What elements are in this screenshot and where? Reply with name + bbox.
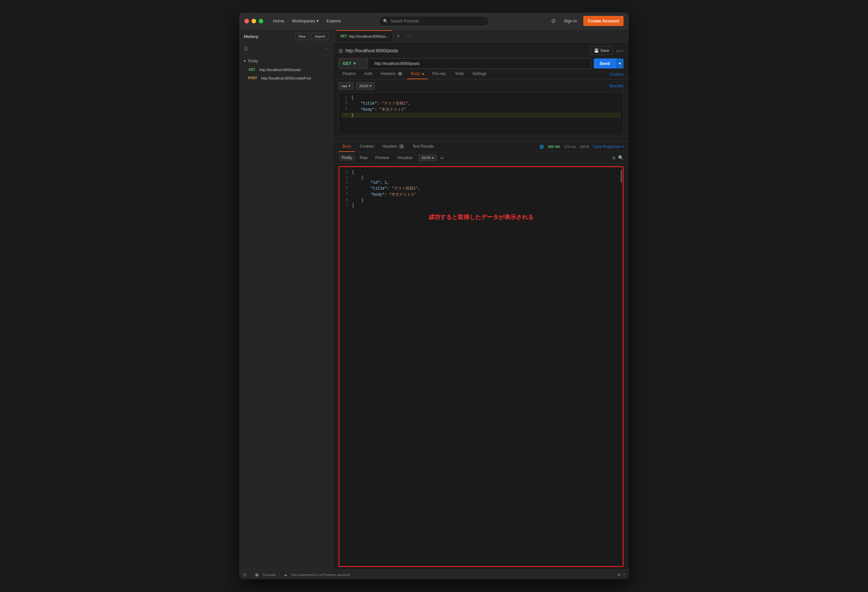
titlebar: Home Workspaces ▾ Explore 🔍 Search Postm…: [239, 13, 629, 30]
save-response-button[interactable]: Save Response ▾: [593, 145, 624, 149]
maximize-button[interactable]: [259, 19, 263, 24]
resp-tab-cookies[interactable]: Cookies: [356, 142, 378, 152]
statusbar: ⊡ ▣ Console ☁ Not connected to a Postman…: [239, 570, 629, 579]
tab-method: GET: [340, 34, 347, 38]
send-dropdown-button[interactable]: ▾: [616, 58, 624, 68]
close-button[interactable]: [244, 19, 249, 24]
console-label[interactable]: Console: [263, 573, 276, 577]
method-select[interactable]: GET ▾: [338, 58, 368, 69]
help-icon[interactable]: ?: [623, 573, 625, 577]
send-button[interactable]: Send: [594, 58, 616, 68]
filter-icon[interactable]: ☰: [244, 46, 248, 51]
format-select-json[interactable]: JSON ▾: [356, 82, 375, 90]
main-layout: History New Import ☰ ··· ▾ Today GET htt…: [239, 30, 629, 570]
console-icon[interactable]: ▣: [255, 572, 259, 577]
code-line: 5 "body": "本文テスト1": [342, 192, 620, 198]
response-size: 298 B: [580, 145, 589, 149]
sidebar-actions: New Import: [295, 33, 329, 40]
beautify-button[interactable]: Beautify: [610, 84, 624, 88]
section-label: Today: [248, 59, 258, 63]
tab-params[interactable]: Params: [338, 69, 360, 79]
list-item[interactable]: POST http://localhost:8000/createPost: [241, 74, 332, 82]
chevron-down-icon: ▾: [348, 84, 351, 88]
list-item[interactable]: GET http://localhost:8000/posts: [241, 66, 332, 74]
signin-button[interactable]: Sign In: [561, 16, 580, 25]
resp-headers-badge: 7: [399, 145, 404, 149]
format-select-raw[interactable]: raw ▾: [338, 82, 353, 90]
response-format-select[interactable]: JSON ▾: [418, 155, 437, 161]
layout-icon[interactable]: ⊡: [243, 572, 247, 577]
search-bar[interactable]: 🔍 Search Postman: [379, 16, 489, 26]
tab-more-icon[interactable]: ···: [404, 31, 413, 41]
response-status: 🌐 200 OK 170 ms 298 B Save Response ▾: [539, 145, 624, 149]
tab-url: http://localhost:8000/po...: [349, 34, 389, 38]
tab-auth[interactable]: Auth: [360, 69, 376, 79]
request-icon: ⊞: [338, 48, 343, 54]
method-badge-get: GET: [247, 68, 257, 72]
tab-active[interactable]: GET http://localhost:8000/po...: [336, 30, 393, 42]
code-line: 4 }: [341, 113, 621, 118]
code-line: 2 "title": "テスト投稿1",: [341, 100, 621, 106]
globe-icon: 🌐: [539, 145, 544, 149]
cloud-icon: ☁: [284, 573, 287, 577]
tab-body[interactable]: Body: [407, 69, 428, 79]
settings-icon[interactable]: ⚙: [549, 16, 557, 26]
tab-settings[interactable]: Settings: [468, 69, 490, 79]
code-line: 1 {: [341, 95, 621, 100]
chevron-down-icon: ▾: [244, 59, 246, 63]
search-placeholder: Search Postman: [391, 19, 419, 24]
save-button[interactable]: 💾 Save: [590, 46, 613, 55]
traffic-lights: [244, 19, 263, 24]
search-icon[interactable]: 🔍: [618, 155, 624, 160]
expand-icon[interactable]: ⊞: [617, 573, 620, 577]
tab-prereq[interactable]: Pre-req.: [428, 69, 450, 79]
tab-headers[interactable]: Headers 8: [377, 69, 406, 79]
wrap-icon[interactable]: ⇔: [440, 155, 444, 160]
scrollbar[interactable]: [621, 170, 622, 183]
resp-tab-body[interactable]: Body: [338, 142, 355, 152]
resp-tab-headers[interactable]: Headers 7: [378, 142, 408, 152]
sidebar-title: History: [244, 34, 258, 39]
response-area: Body Cookies Headers 7 Test Results 🌐 20…: [334, 142, 629, 570]
statusbar-right: ⊞ ?: [617, 573, 625, 577]
add-tab-button[interactable]: +: [393, 31, 403, 41]
nav-workspaces[interactable]: Workspaces ▾: [289, 16, 322, 25]
create-account-button[interactable]: Create Account: [583, 16, 624, 26]
new-button[interactable]: New: [295, 33, 309, 40]
tab-tests[interactable]: Tests: [451, 69, 468, 79]
method-label: GET: [343, 61, 351, 66]
url-input[interactable]: [371, 58, 591, 69]
copy-icon[interactable]: ⧉: [612, 155, 616, 161]
import-button[interactable]: Import: [311, 33, 329, 40]
item-url: http://localhost:8000/posts: [259, 68, 301, 72]
send-button-group: Send ▾: [594, 58, 624, 68]
statusbar-separator: [279, 572, 280, 577]
chevron-down-icon: ▾: [316, 19, 319, 24]
request-body-editor[interactable]: 1 { 2 "title": "テスト投稿1", 3: [338, 92, 624, 134]
nav-explore[interactable]: Explore: [323, 16, 344, 25]
resp-visualize-tab[interactable]: Visualize: [394, 154, 416, 161]
resp-tab-test-results[interactable]: Test Results: [409, 142, 438, 152]
section-today[interactable]: ▾ Today: [239, 57, 333, 65]
app-window: Home Workspaces ▾ Explore 🔍 Search Postm…: [239, 13, 629, 579]
more-options-icon[interactable]: ···: [325, 46, 329, 51]
code-line: 3 "body": "本文テスト1": [341, 106, 621, 113]
resp-pretty-tab[interactable]: Pretty: [338, 154, 355, 161]
resp-preview-tab[interactable]: Preview: [372, 154, 393, 161]
request-header: ⊞ http://localhost:8000/posts 💾 Save </>: [338, 46, 624, 55]
method-badge-post: POST: [247, 76, 258, 80]
minimize-button[interactable]: [252, 19, 256, 24]
request-title-row: ⊞ http://localhost:8000/posts: [338, 48, 398, 54]
request-area: ⊞ http://localhost:8000/posts 💾 Save </>…: [334, 43, 629, 142]
resp-raw-tab[interactable]: Raw: [356, 154, 371, 161]
code-line: 3 "id": 1,: [342, 180, 620, 185]
response-code-container: 1 [ 2 { 3 "id": 1,: [338, 166, 624, 567]
req-tab-right: Cookies: [610, 71, 629, 77]
code-line: 6 }: [342, 198, 620, 203]
response-body-tabs: Pretty Raw Preview Visualize JSON ▾ ⇔ ⧉ …: [334, 152, 629, 164]
code-button[interactable]: </>: [616, 48, 624, 53]
sidebar-toolbar: ☰ ···: [239, 43, 333, 54]
nav-home[interactable]: Home: [270, 16, 288, 25]
cookies-button[interactable]: Cookies: [610, 72, 624, 77]
chevron-down-icon: ▾: [432, 156, 434, 160]
